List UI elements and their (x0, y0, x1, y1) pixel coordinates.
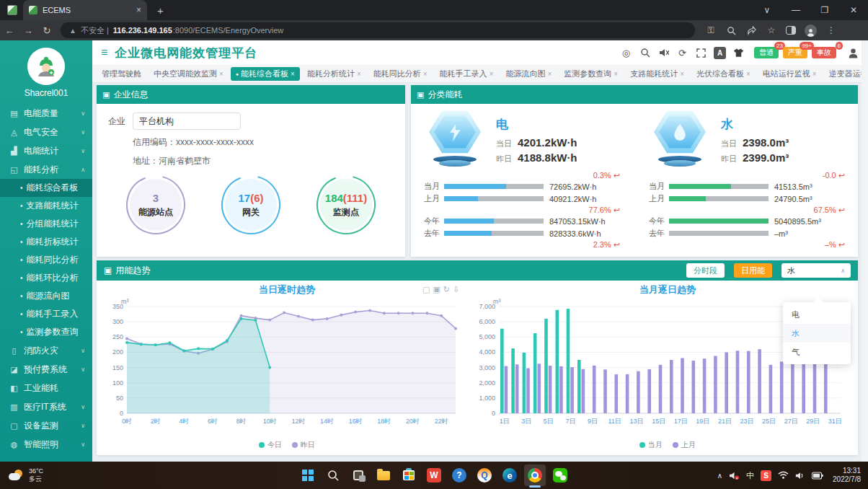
taskbar-search-icon[interactable] (322, 464, 344, 486)
sidebar-item-医疗IT系统[interactable]: ▥医疗IT系统∨ (0, 397, 92, 416)
alarm-badge[interactable]: 事故6 (812, 47, 836, 58)
company-input[interactable] (133, 113, 241, 130)
tab-close-icon[interactable]: × (746, 70, 750, 78)
tab-能耗综合看板[interactable]: 能耗综合看板× (231, 67, 300, 81)
microsoft-store-icon[interactable] (398, 464, 420, 486)
sidebar-subitem-能耗同比分析[interactable]: 能耗同比分析 (0, 251, 92, 269)
sidebar-subitem-能耗综合看板[interactable]: 能耗综合看板 (0, 179, 92, 197)
sidebar-subitem-能耗环比分析[interactable]: 能耗环比分析 (0, 269, 92, 287)
task-view-icon[interactable] (347, 464, 369, 486)
file-explorer-icon[interactable] (373, 464, 394, 486)
dropdown-option-电[interactable]: 电 (783, 305, 851, 324)
sidebar-item-电气安全[interactable]: ◬电气安全∨ (0, 123, 92, 141)
clock[interactable]: 13:312022/7/8 (833, 467, 861, 484)
dropdown-option-水[interactable]: 水 (783, 324, 851, 343)
tab-close-icon[interactable]: × (490, 70, 494, 78)
maximize-button[interactable]: ❐ (810, 0, 839, 20)
legend-item-上月[interactable]: 上月 (673, 440, 696, 450)
back-icon[interactable]: ← (0, 25, 19, 36)
sidebar-subitem-能耗折标统计[interactable]: 能耗折标统计 (0, 233, 92, 251)
tab-close-icon[interactable]: × (680, 70, 684, 78)
close-button[interactable]: ✕ (839, 0, 868, 20)
tab-支路能耗统计[interactable]: 支路能耗统计× (625, 67, 689, 81)
chart-toolbox[interactable]: ▢▣↻⇩ (422, 285, 462, 294)
tab-close-icon[interactable]: × (219, 70, 223, 78)
side-panel-icon[interactable] (786, 26, 796, 35)
tab-close-icon[interactable]: × (136, 5, 141, 15)
tab-close-icon[interactable]: × (812, 70, 817, 78)
search-icon[interactable] (639, 47, 651, 59)
tray-expand-icon[interactable]: ∧ (717, 472, 722, 480)
sogou-icon[interactable]: S (761, 470, 771, 481)
tab-能耗手工录入[interactable]: 能耗手工录入× (435, 67, 499, 81)
bookmark-star-icon[interactable]: ☆ (766, 25, 777, 36)
scrollbar[interactable] (862, 40, 868, 462)
tab-监测参数查询[interactable]: 监测参数查询× (559, 67, 623, 81)
audio-muted-icon[interactable]: × (729, 471, 740, 480)
alarm-badge[interactable]: 严重99+ (783, 47, 807, 58)
sidebar-item-能耗分析[interactable]: ◱能耗分析∧ (0, 160, 92, 179)
sidebar-item-设备监测[interactable]: ▢设备监测∨ (0, 416, 92, 435)
alarm-badge[interactable]: 普通23 (754, 47, 779, 58)
user-avatar[interactable]: ✚ (27, 48, 65, 85)
tab-光伏综合看板[interactable]: 光伏综合看板× (691, 67, 756, 81)
qq-browser-icon[interactable]: Q (474, 464, 495, 486)
reload-icon[interactable]: ↻ (37, 25, 56, 36)
sidebar-item-智能照明[interactable]: ◍智能照明∨ (0, 435, 92, 454)
fullscreen-icon[interactable] (695, 47, 707, 59)
tab-close-icon[interactable]: × (357, 70, 361, 78)
minimize-button[interactable]: — (781, 0, 810, 20)
tab-close-icon[interactable]: × (423, 70, 428, 78)
forward-icon[interactable]: → (19, 25, 37, 36)
address-bar[interactable]: ▲ 不安全 | 116.236.149.165 :8090/ECEMS/Ener… (61, 22, 695, 38)
toolbox-download-icon[interactable]: ⇩ (453, 285, 462, 294)
tab-search-chevron-icon[interactable]: ∨ (753, 0, 781, 20)
help-app-icon[interactable]: ? (448, 464, 470, 486)
sidebar-subitem-能源流向图[interactable]: 能源流向图 (0, 287, 92, 305)
ime-indicator[interactable]: 中 (746, 470, 754, 481)
wechat-icon[interactable] (549, 464, 571, 486)
password-key-icon[interactable]: ⚿ (705, 25, 717, 36)
menu-toggle-icon[interactable]: ≡ (101, 46, 107, 59)
tab-close-icon[interactable]: × (614, 70, 618, 78)
sidebar-item-预付费系统[interactable]: ◪预付费系统∨ (0, 360, 92, 379)
dropdown-option-气[interactable]: 气 (783, 343, 851, 361)
sidebar-item-消防火灾[interactable]: ▯消防火灾∨ (0, 341, 92, 360)
sidebar-subitem-分组能耗统计[interactable]: 分组能耗统计 (0, 215, 92, 233)
tab-管理驾驶舱[interactable]: 管理驾驶舱 (97, 67, 146, 81)
legend-item-今日[interactable]: 今日 (259, 440, 282, 450)
mute-icon[interactable] (657, 47, 670, 59)
tab-close-icon[interactable]: × (291, 70, 295, 78)
start-button[interactable] (297, 464, 319, 486)
legend-item-昨日[interactable]: 昨日 (292, 440, 315, 450)
legend-item-当月[interactable]: 当月 (639, 440, 663, 450)
theme-shirt-icon[interactable] (732, 47, 745, 59)
wps-icon[interactable]: W (423, 464, 445, 486)
sidebar-subitem-支路能耗统计[interactable]: 支路能耗统计 (0, 197, 92, 215)
sidebar-item-电能质量[interactable]: ▤电能质量∨ (0, 104, 92, 123)
wifi-icon[interactable] (778, 471, 789, 480)
toolbox-refresh-icon[interactable]: ↻ (443, 285, 453, 294)
browser-tab[interactable]: ECEMS × (23, 0, 147, 20)
tab-close-icon[interactable]: × (547, 70, 552, 78)
volume-icon[interactable] (795, 471, 805, 480)
daily-energy-button[interactable]: 日用能 (734, 263, 772, 278)
tab-能耗分析统计[interactable]: 能耗分析统计× (302, 67, 366, 81)
energy-type-select[interactable]: 水 ∧ (781, 263, 851, 278)
toolbox-box-icon[interactable]: ▢ (422, 285, 433, 294)
sidebar-subitem-监测参数查询[interactable]: 监测参数查询 (0, 323, 92, 341)
tab-能耗同比分析[interactable]: 能耗同比分析× (368, 67, 433, 81)
menu-kebab-icon[interactable]: ⋮ (825, 25, 837, 36)
tab-中央空调能效监测[interactable]: 中央空调能效监测× (149, 67, 229, 81)
chrome-icon[interactable] (524, 464, 546, 486)
edge-icon[interactable]: e (499, 464, 521, 486)
tab-电站运行监视[interactable]: 电站运行监视× (758, 67, 822, 81)
share-icon[interactable] (745, 25, 757, 36)
weather-widget[interactable]: 36°C多云 (9, 467, 43, 483)
user-icon[interactable] (847, 47, 859, 59)
period-button[interactable]: 分时段 (686, 263, 725, 278)
target-icon[interactable]: ◎ (620, 47, 632, 59)
sidebar-item-工业能耗[interactable]: ◧工业能耗 (0, 379, 92, 397)
new-tab-button[interactable]: + (157, 4, 164, 17)
battery-icon[interactable] (812, 472, 823, 480)
